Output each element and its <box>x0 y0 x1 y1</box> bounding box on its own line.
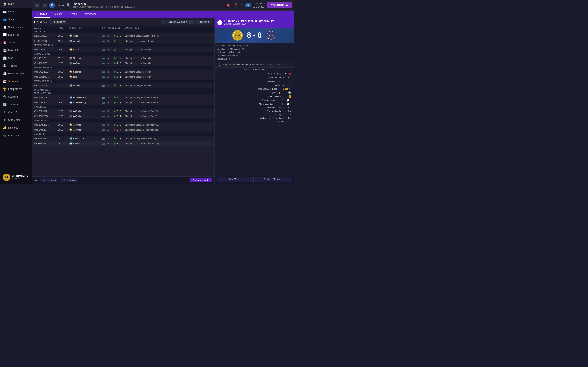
sidebar-item-training[interactable]: ⚽ Training <box>0 62 32 70</box>
sidebar-label-training: Training <box>8 64 17 67</box>
player-rating: 8.4 <box>285 110 291 112</box>
sidebar-icon-scouting: 🔍 <box>3 95 7 99</box>
table-row[interactable]: Wed, 14/2/202... 19:30 ⚽ Al-Hilal (KSA) … <box>32 95 214 100</box>
bookmark-button[interactable]: 🔖 <box>226 2 231 8</box>
sidebar-item-transfers[interactable]: 🔄 Transfers <box>0 101 32 108</box>
u19-fixtures-button[interactable]: U19 Fixtures › <box>60 178 78 182</box>
continue-button[interactable]: CONTINUE ▶ <box>267 2 292 8</box>
result-score: 8 - 0 <box>117 40 121 42</box>
competition-text: Champions League Group D <box>125 62 212 64</box>
result-cell: 5 - 1 <box>113 115 125 117</box>
res-fixtures-button[interactable]: Res Fixtures › <box>40 178 58 182</box>
table-row[interactable]: Wed, 17/4/202... 19:30 ⚽ Al-Ittihad 📺 H … <box>32 122 214 127</box>
sidebar-label-transfers: Transfers <box>8 103 18 106</box>
sidebar-item-club-info[interactable]: ℹ Club Info <box>0 108 32 116</box>
sidebar-item-squad[interactable]: 👥 Squad <box>0 16 32 23</box>
sidebar-item-data-hub[interactable]: 💾 Data Hub <box>0 47 32 54</box>
sidebar-item-dev-centre[interactable]: 🎓 Dev. Centre <box>0 132 32 140</box>
opposition-icon: ⚽ <box>69 57 72 59</box>
result-cell: 5 - 0 <box>113 71 125 73</box>
sidebar-item-squad-planner[interactable]: 📋 Squad Planner <box>0 23 32 31</box>
sidebar-item-finances[interactable]: 💰 Finances <box>0 124 32 132</box>
season-next-button[interactable]: › <box>190 20 195 24</box>
fixture-opposition: ⚽ Ahed <box>69 34 102 37</box>
table-row[interactable]: Wed, 4/10/20... 19:30 ⚽ Sepahan 📺 A 5 - … <box>32 56 214 61</box>
help-button[interactable]: ❓ <box>233 2 239 8</box>
player-rating: 7.3 <box>285 114 291 116</box>
brand-name: MUSTERMANN <box>12 175 28 177</box>
tv-icon: 📺 <box>102 62 107 64</box>
fixture-date: Sat, 11/5/2024 <box>34 137 58 140</box>
team-logo-button[interactable]: AN ▲▼ ☰ <box>49 2 64 8</box>
sidebar-item-competitions[interactable]: 🏆 Competitions <box>0 85 32 93</box>
sidebar-item-club-vision[interactable]: 👁 Club Vision <box>0 116 32 124</box>
refresh-button[interactable]: ▣ <box>34 178 38 182</box>
sidebar-item-scouting[interactable]: 🔍 Scouting <box>0 93 32 101</box>
season-select[interactable]: Season 2023/24 ▼ <box>167 20 190 24</box>
sidebar-item-schedule[interactable]: 📅 Schedule <box>0 77 32 85</box>
view-match-button[interactable]: View Match › <box>217 176 254 182</box>
sidebar-icon-schedule: 📅 <box>3 80 7 83</box>
fixture-opposition: ⚽ Al-Ittihad <box>69 123 102 126</box>
goal-badge: ⚽ 2 <box>286 103 291 105</box>
tab-fixtures[interactable]: Fixtures <box>34 11 50 17</box>
forward-button[interactable]: → <box>42 3 48 8</box>
sidebar-item-dynamics[interactable]: 📊 Dynamics <box>0 31 32 39</box>
fixture-time: 19:30 <box>58 84 69 87</box>
result-badge <box>113 101 116 104</box>
tab-events[interactable]: Events <box>67 11 81 17</box>
venue-badge: A <box>107 115 113 117</box>
player-rating: 7.1 <box>282 73 287 75</box>
table-row[interactable]: Wed, 24/4/20... 19:30 ⚽ Al-Ittihad 📺 A 3… <box>32 127 214 133</box>
fixture-time: 19:30 <box>58 71 69 73</box>
prev-meetings-button[interactable]: Previous Meetings › <box>255 176 292 182</box>
question-button[interactable]: ? <box>240 3 244 8</box>
sidebar-icon-transfers: 🔄 <box>3 103 7 106</box>
filter-label: Fixtures <box>54 21 62 23</box>
search-button[interactable]: 🔍 <box>66 2 71 8</box>
sidebar-item-home[interactable]: 🏠 Home <box>0 0 32 8</box>
arrange-friendly-button[interactable]: Arrange Friendly <box>190 178 212 182</box>
sidebar-item-medical-centre[interactable]: 🏥 Medical Centre <box>0 70 32 77</box>
table-row[interactable]: Tue, 22/8/2023 19:00 ⚽ Al-Seeb 📺 H 8 - 0… <box>32 39 214 44</box>
venue-badge: H <box>107 142 113 145</box>
result-badge <box>113 115 116 117</box>
result-cell: 1 - 0 <box>113 96 125 99</box>
tv-icon: 📺 <box>102 57 107 59</box>
filtered-button[interactable]: Filtered* ▼ <box>196 20 212 24</box>
opposition-icon: ⚽ <box>69 123 72 126</box>
venue-badge: A <box>107 96 113 99</box>
sidebar-icon-dynamics: 📊 <box>3 33 7 37</box>
fixture-time: 19:30 <box>58 49 69 51</box>
table-row[interactable]: Wed, 13/3/2024 19:30 ⚽ Al-Fayha 📺 A 5 - … <box>32 114 214 119</box>
table-row[interactable]: Wed, 25/10/20... 19:30 ⚽ Al-Sadd 📺 A 2 -… <box>32 61 214 66</box>
table-row[interactable]: Tue, 15/8/2023 19:00 ⚽ Ahed 📺 H 5 - 0 Ch… <box>32 33 214 39</box>
table-row[interactable]: Wed, 6/12/2023 19:30 ⚽ Al-Sadd 📺 H 3 - 1… <box>32 83 214 88</box>
page-subtitle: 1st in Saudi Professional League - No fi… <box>73 6 135 8</box>
chevron-down-icon: ▼ <box>186 21 188 23</box>
table-row[interactable]: Wed, 29/11/20... 19:30 ⚽ Istiqlol 📺 A 7 … <box>32 75 214 80</box>
sidebar-item-inbox[interactable]: 📧 Inbox <box>0 8 32 16</box>
table-row[interactable]: Wed, 20/9/20... 19:30 ⚽ Istiqlol 📺 H 9 -… <box>32 47 214 52</box>
opposition-icon: ⚽ <box>69 96 72 99</box>
tab-calendar[interactable]: Calendar <box>50 11 67 17</box>
sidebar-item-staff[interactable]: 👔 Staff <box>0 54 32 62</box>
fixture-time: 19:00 <box>58 40 69 42</box>
fixtures-filter-button[interactable]: 👁 Fixtures ▼ <box>49 20 67 24</box>
table-row[interactable]: Sat, 18/5/2024 15:00 ⚽ Kawasaki-F 📺 H 8 … <box>32 141 214 146</box>
table-row[interactable]: Wed, 21/2/2024 19:30 ⚽ Al-Hilal (KSA) 📺 … <box>32 100 214 105</box>
chevron-down-icon: ▼ <box>63 21 65 23</box>
table-row[interactable]: Wed, 8/11/2023 19:30 ⚽ Sepahan 📺 H 5 - 0… <box>32 69 214 75</box>
opposition-icon: ⚽ <box>69 70 72 73</box>
result-score: 1 - 0 <box>117 96 121 99</box>
back-button[interactable]: ← <box>34 3 40 8</box>
sidebar-icon-squad: 👥 <box>3 17 7 21</box>
table-row[interactable]: Sat, 11/5/2024 15:00 ⚽ Kawasaki-F 📺 A 5 … <box>32 136 214 141</box>
fixture-opposition: ⚽ Al-Hilal (KSA) <box>69 101 102 104</box>
season-prev-button[interactable]: ‹ <box>161 20 166 24</box>
tab-reminders[interactable]: Reminders <box>81 11 99 17</box>
svg-text:KAW: KAW <box>269 35 273 37</box>
table-row[interactable]: Wed, 6/3/2024 19:30 ⚽ Al-Fayha 📺 H 6 - 0… <box>32 109 214 114</box>
sidebar-item-tactics[interactable]: 🎯 Tactics <box>0 39 32 47</box>
sidebar-icon-competitions: 🏆 <box>3 87 7 91</box>
